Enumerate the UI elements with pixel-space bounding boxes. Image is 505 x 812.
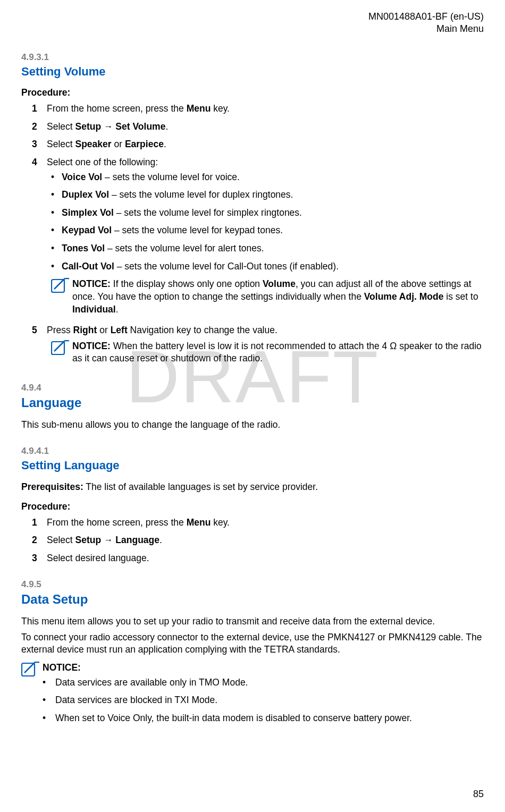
step: 2 Select Setup → Language. [21,534,484,547]
notice: NOTICE: •Data services are available onl… [21,662,484,730]
step: 1 From the home screen, press the Menu k… [21,517,484,529]
procedure-steps: 1 From the home screen, press the Menu k… [21,103,484,368]
step: 5 Press Right or Left Navigation key to … [21,324,484,368]
step-number: 5 [32,324,47,368]
step-number: 2 [32,534,47,547]
list-item: •Voice Vol – sets the volume level for v… [47,171,484,184]
notice: NOTICE: If the display shows only one op… [47,278,484,316]
list-item: •Duplex Vol – sets the volume level for … [47,189,484,201]
breadcrumb: Main Menu [21,23,484,35]
section-desc: This sub-menu allows you to change the l… [21,419,484,432]
notice: NOTICE: When the battery level is low it… [47,340,484,365]
doc-id: MN001488A01-BF (en-US) [21,11,484,23]
section-number: 4.9.3.1 [21,52,484,64]
step: 1 From the home screen, press the Menu k… [21,103,484,115]
list-item: •Keypad Vol – sets the volume level for … [47,224,484,237]
section-title: Data Setup [21,591,484,608]
step-number: 3 [32,138,47,151]
step-number: 3 [32,552,47,565]
step-body: Press Right or Left Navigation key to ch… [47,324,484,368]
section-number: 4.9.4 [21,382,484,394]
notice-label: NOTICE: [43,662,81,673]
step: 2 Select Setup → Set Volume. [21,121,484,133]
notice-icon [51,340,69,356]
notice-icon [51,278,69,294]
step-text: Select Setup → Set Volume. [47,121,484,133]
list-item: •When set to Voice Only, the built-in da… [43,712,484,725]
step: 3 Select Speaker or Earpiece. [21,138,484,151]
section-number: 4.9.4.1 [21,445,484,458]
notice-text: NOTICE: If the display shows only one op… [72,278,484,316]
step-number: 2 [32,121,47,133]
step: 3 Select desired language. [21,552,484,565]
notice-icon [21,662,39,678]
section-title: Setting Volume [21,64,484,80]
page-number: 85 [473,788,484,800]
step-text: From the home screen, press the Menu key… [47,517,484,529]
prerequisites: Prerequisites: The list of available lan… [21,481,484,494]
procedure-label: Procedure: [21,501,484,513]
step-text: Press Right or Left Navigation key to ch… [47,324,484,337]
step-body: Select one of the following: •Voice Vol … [47,156,484,319]
procedure-label: Procedure: [21,87,484,99]
step-number: 1 [32,103,47,115]
step-text: From the home screen, press the Menu key… [47,103,484,115]
page-header: MN001488A01-BF (en-US) Main Menu [21,11,484,36]
paragraph: To connect your radio accessory connecto… [21,631,484,656]
notice-text: NOTICE: When the battery level is low it… [72,340,484,365]
step-text: Select Setup → Language. [47,534,484,547]
notice-list: •Data services are available only in TMO… [43,676,484,725]
step-number: 1 [32,517,47,529]
option-list: •Voice Vol – sets the volume level for v… [47,171,484,273]
notice-body: NOTICE: •Data services are available onl… [43,662,484,730]
paragraph: This menu item allows you to set up your… [21,615,484,628]
step: 4 Select one of the following: •Voice Vo… [21,156,484,319]
section-number: 4.9.5 [21,579,484,591]
step-text: Select Speaker or Earpiece. [47,138,484,151]
list-item: •Tones Vol – sets the volume level for a… [47,242,484,255]
procedure-steps: 1 From the home screen, press the Menu k… [21,517,484,565]
list-item: •Simplex Vol – sets the volume level for… [47,207,484,219]
step-text: Select desired language. [47,552,484,565]
list-item: •Data services are available only in TMO… [43,676,484,689]
list-item: •Data services are blocked in TXI Mode. [43,694,484,707]
step-number: 4 [32,156,47,319]
section-title: Language [21,394,484,411]
step-text: Select one of the following: [47,156,484,169]
list-item: •Call-Out Vol – sets the volume level fo… [47,260,484,273]
section-title: Setting Language [21,458,484,473]
